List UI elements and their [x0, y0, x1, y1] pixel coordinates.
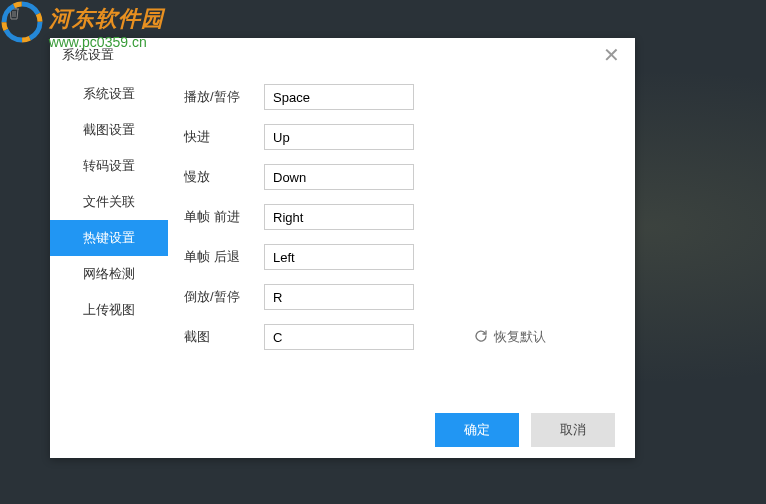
sidebar-item-system[interactable]: 系统设置 — [50, 76, 168, 112]
sidebar-item-screenshot[interactable]: 截图设置 — [50, 112, 168, 148]
sidebar-item-label: 文件关联 — [83, 194, 135, 209]
settings-sidebar: 系统设置 截图设置 转码设置 文件关联 热键设置 网络检测 上传视图 — [50, 72, 168, 402]
sidebar-item-network[interactable]: 网络检测 — [50, 256, 168, 292]
close-icon: ✕ — [603, 43, 620, 67]
sidebar-item-file-assoc[interactable]: 文件关联 — [50, 184, 168, 220]
trash-icon[interactable] — [8, 6, 20, 23]
sidebar-item-transcode[interactable]: 转码设置 — [50, 148, 168, 184]
sidebar-item-label: 系统设置 — [83, 86, 135, 101]
sidebar-item-label: 截图设置 — [83, 122, 135, 137]
hotkey-input-play-pause[interactable] — [264, 84, 414, 110]
hotkey-row-play-pause: 播放/暂停 — [184, 84, 615, 110]
hotkey-label: 单帧 前进 — [184, 208, 264, 226]
sidebar-item-label: 上传视图 — [83, 302, 135, 317]
dialog-header: 系统设置 ✕ — [50, 38, 635, 72]
dialog-title: 系统设置 — [62, 46, 114, 64]
sidebar-item-label: 热键设置 — [83, 230, 135, 245]
sidebar-item-label: 网络检测 — [83, 266, 135, 281]
restore-default-label: 恢复默认 — [494, 328, 546, 346]
hotkey-input-screenshot[interactable] — [264, 324, 414, 350]
cancel-label: 取消 — [560, 422, 586, 437]
sidebar-item-upload[interactable]: 上传视图 — [50, 292, 168, 328]
cancel-button[interactable]: 取消 — [531, 413, 615, 447]
hotkey-row-frame-forward: 单帧 前进 — [184, 204, 615, 230]
hotkey-row-frame-back: 单帧 后退 — [184, 244, 615, 270]
ok-button[interactable]: 确定 — [435, 413, 519, 447]
close-button[interactable]: ✕ — [599, 43, 623, 67]
dialog-body: 系统设置 截图设置 转码设置 文件关联 热键设置 网络检测 上传视图 播放/暂停… — [50, 72, 635, 402]
hotkey-row-reverse-pause: 倒放/暂停 — [184, 284, 615, 310]
refresh-icon — [474, 329, 488, 346]
hotkey-label: 快进 — [184, 128, 264, 146]
dialog-footer: 确定 取消 — [50, 402, 635, 458]
hotkey-input-slow[interactable] — [264, 164, 414, 190]
hotkey-row-slow: 慢放 — [184, 164, 615, 190]
hotkey-label: 截图 — [184, 328, 264, 346]
ok-label: 确定 — [464, 422, 490, 437]
hotkey-label: 慢放 — [184, 168, 264, 186]
sidebar-item-hotkey[interactable]: 热键设置 — [50, 220, 168, 256]
hotkey-input-fast-forward[interactable] — [264, 124, 414, 150]
restore-default-button[interactable]: 恢复默认 — [474, 328, 546, 346]
hotkey-settings-panel: 播放/暂停 快进 慢放 单帧 前进 单帧 后退 倒放/暂停 — [168, 72, 635, 402]
hotkey-input-reverse-pause[interactable] — [264, 284, 414, 310]
hotkey-row-fast-forward: 快进 — [184, 124, 615, 150]
hotkey-row-screenshot: 截图 恢复默认 — [184, 324, 615, 350]
sidebar-item-label: 转码设置 — [83, 158, 135, 173]
hotkey-label: 倒放/暂停 — [184, 288, 264, 306]
hotkey-label: 播放/暂停 — [184, 88, 264, 106]
hotkey-label: 单帧 后退 — [184, 248, 264, 266]
settings-dialog: 系统设置 ✕ 系统设置 截图设置 转码设置 文件关联 热键设置 网络检测 上传视… — [50, 38, 635, 458]
hotkey-input-frame-forward[interactable] — [264, 204, 414, 230]
hotkey-input-frame-back[interactable] — [264, 244, 414, 270]
